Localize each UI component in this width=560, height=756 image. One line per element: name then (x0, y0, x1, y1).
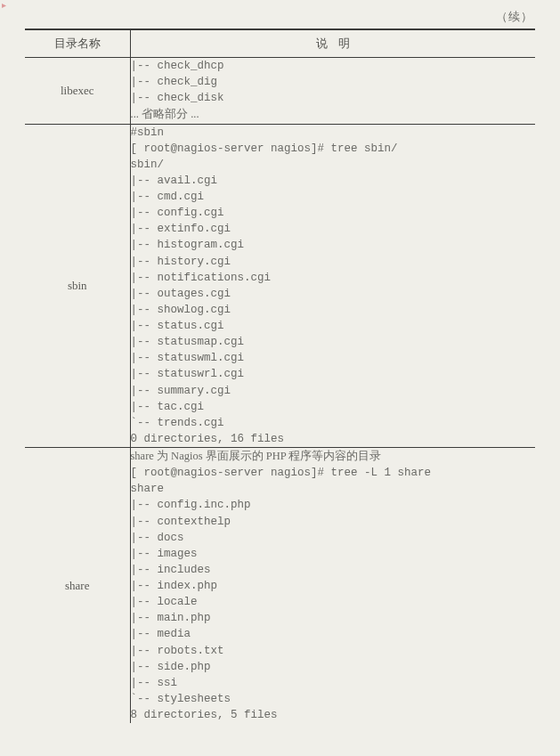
header-desc: 说明 (130, 29, 535, 58)
code-block: |-- check_dhcp |-- check_dig |-- check_d… (131, 58, 536, 124)
row-desc-sbin: #sbin [ root@nagios-server nagios]# tree… (130, 124, 535, 448)
directory-table: 目录名称 说明 libexec |-- check_dhcp |-- check… (25, 28, 535, 723)
table-row: libexec |-- check_dhcp |-- check_dig |--… (25, 58, 535, 125)
continued-label: （续） (25, 9, 535, 25)
page-container: （续） 目录名称 说明 libexec |-- check_dhcp |-- c… (0, 0, 560, 741)
header-desc-a: 说 (316, 37, 338, 50)
corner-mark: ▸ (2, 0, 6, 10)
header-name: 目录名称 (25, 29, 130, 58)
code-block: share 为 Nagios 界面展示的 PHP 程序等内容的目录 [ root… (131, 448, 536, 723)
row-desc-libexec: |-- check_dhcp |-- check_dig |-- check_d… (130, 58, 535, 125)
table-header-row: 目录名称 说明 (25, 29, 535, 58)
row-desc-share: share 为 Nagios 界面展示的 PHP 程序等内容的目录 [ root… (130, 448, 535, 724)
code-block: #sbin [ root@nagios-server nagios]# tree… (131, 125, 536, 448)
table-row: share share 为 Nagios 界面展示的 PHP 程序等内容的目录 … (25, 448, 535, 724)
row-name-share: share (25, 448, 130, 724)
table-row: sbin #sbin [ root@nagios-server nagios]#… (25, 124, 535, 448)
row-name-libexec: libexec (25, 58, 130, 125)
header-desc-b: 明 (338, 37, 350, 50)
row-name-sbin: sbin (25, 124, 130, 448)
